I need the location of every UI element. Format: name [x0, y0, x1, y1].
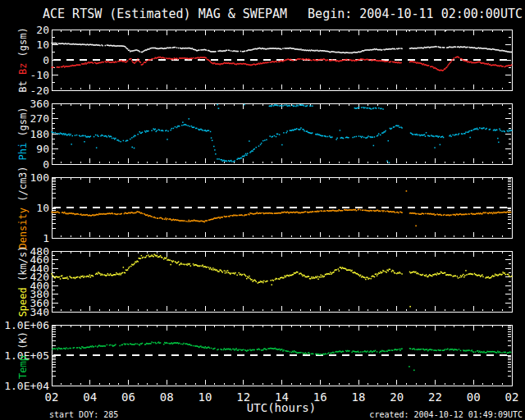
ytick-label-phi-4: 0 — [43, 158, 49, 171]
start-doy-label: start DOY: 285 — [49, 410, 118, 419]
xtick-label-10: 22 — [428, 390, 442, 404]
xtick-label-0: 02 — [45, 390, 59, 404]
series-Phi — [51, 104, 512, 163]
panel-temp: 1.0E+061.0E+051.0E+04Temp (K) — [4, 319, 512, 392]
series-Phi-high-band-1 — [269, 104, 313, 107]
xtick-label-2: 06 — [121, 390, 135, 404]
ace-rtsw-plot-window: ACE RTSW (Estimated) MAG & SWEPAM Begin:… — [0, 0, 525, 420]
ytick-label-phi-0: 360 — [30, 98, 49, 110]
panel-density: 100101Density (/cm3) — [17, 166, 512, 249]
ytick-label-bt-bz-3: -10 — [30, 69, 49, 81]
series-Density — [51, 190, 511, 226]
panel-frame-phi — [52, 103, 512, 164]
ytick-label-bt-bz-4: -20 — [30, 84, 49, 97]
series-Temp — [52, 341, 511, 371]
ytick-label-speed-7: 340 — [30, 306, 49, 318]
ytick-label-density-0: 100 — [30, 171, 49, 184]
panel-frame-speed — [52, 251, 512, 312]
panel-phi: 360270180900Phi (gsm) — [17, 98, 512, 171]
ylabel-bt-bz: Bt Bz (gsm) — [17, 27, 29, 93]
ytick-label-bt-bz-0: 20 — [36, 24, 49, 36]
xtick-label-4: 10 — [199, 390, 212, 404]
ytick-label-phi-2: 180 — [30, 128, 49, 140]
page-title: ACE RTSW (Estimated) MAG & SWEPAM — [43, 7, 287, 21]
ytick-label-temp-0: 1.0E+06 — [4, 319, 49, 331]
panel-bt-bz: 20100-10-20Bt Bz (gsm) — [17, 24, 512, 97]
xtick-label-11: 00 — [467, 390, 481, 404]
xtick-label-3: 08 — [160, 390, 174, 404]
created-timestamp: created: 2004-10-12 01:49:09UTC — [369, 410, 523, 419]
series-Phi-high-band-2 — [354, 107, 384, 110]
ylabel-speed: Speed (km/s) — [17, 246, 29, 317]
ylabel-temp: Temp (K) — [17, 331, 29, 379]
panel-speed: 480460440420400380360340Speed (km/s) — [17, 245, 512, 318]
ticks-speed — [52, 251, 512, 312]
xtick-label-12: 02 — [505, 390, 519, 404]
ytick-label-bt-bz-2: 0 — [43, 54, 49, 66]
xtick-label-1: 04 — [83, 390, 97, 404]
xtick-label-8: 18 — [352, 390, 366, 404]
ticks-phi — [52, 103, 512, 164]
ytick-label-phi-3: 90 — [36, 143, 49, 155]
ytick-label-density-1: 10 — [36, 202, 49, 214]
panels-group: 20100-10-20Bt Bz (gsm)360270180900Phi (g… — [4, 24, 518, 404]
series-Bz — [51, 57, 512, 71]
x-axis-label: UTC(hours) — [247, 401, 316, 414]
series-Speed — [51, 254, 512, 308]
begin-timestamp: Begin: 2004-10-11 02:00:00UTC — [308, 7, 523, 21]
ytick-label-phi-1: 270 — [30, 112, 49, 125]
ylabel-density: Density (/cm3) — [17, 166, 29, 249]
ytick-label-bt-bz-1: 10 — [36, 39, 49, 51]
ytick-label-temp-2: 1.0E+04 — [4, 380, 49, 392]
ytick-label-density-2: 1 — [43, 232, 49, 244]
xtick-label-9: 20 — [390, 390, 404, 404]
ylabel-phi: Phi (gsm) — [17, 107, 29, 160]
rtsw-chart: ACE RTSW (Estimated) MAG & SWEPAM Begin:… — [0, 0, 525, 420]
